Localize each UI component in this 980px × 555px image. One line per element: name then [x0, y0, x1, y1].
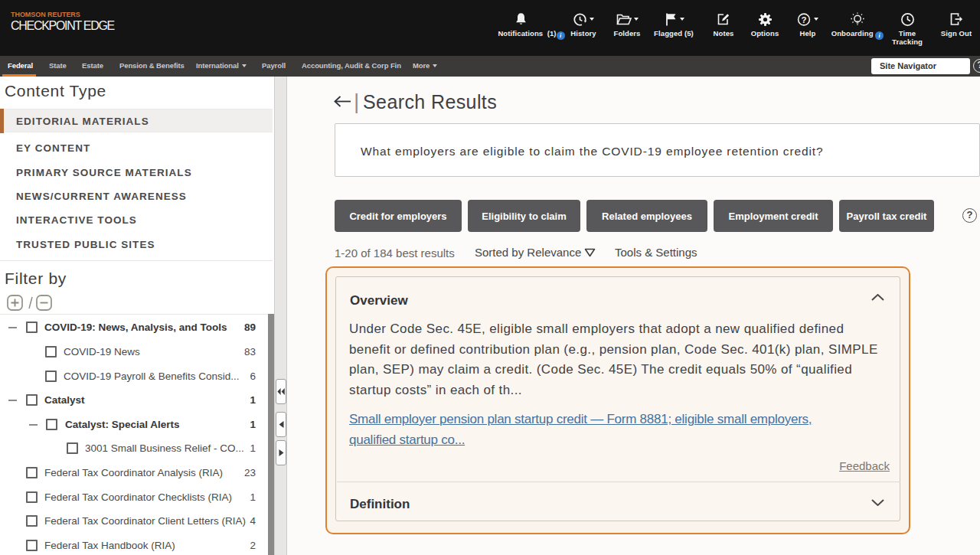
svg-text:?: ? [801, 15, 806, 24]
